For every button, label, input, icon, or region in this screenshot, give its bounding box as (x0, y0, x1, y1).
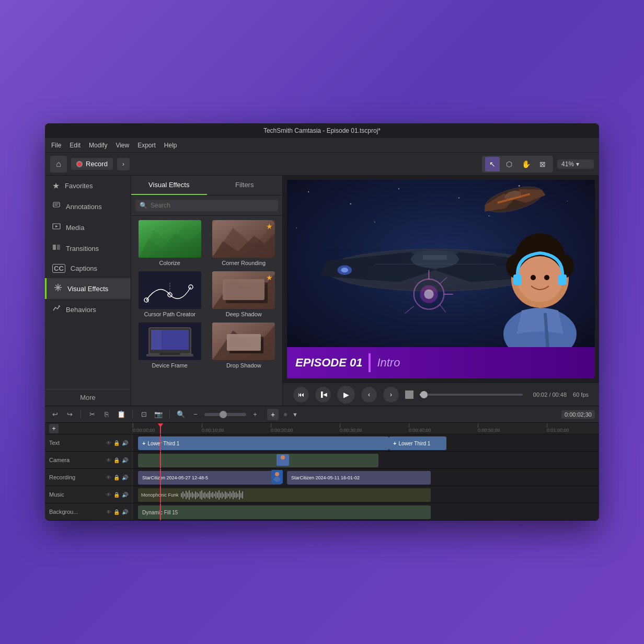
forward-chevron[interactable]: › (117, 158, 130, 170)
next-button[interactable]: › (383, 387, 399, 402)
zoom-slider-knob[interactable] (220, 411, 227, 418)
track-lock-music[interactable]: 🔒 (113, 492, 120, 498)
chip-background[interactable]: Dynamic Fill 15 (138, 505, 431, 519)
redo-button[interactable]: ↪ (64, 409, 75, 420)
track-row-text: Text 👁 🔒 🔊 + Lower Third 1 + (45, 434, 599, 452)
sidebar-more-button[interactable]: More (45, 389, 131, 406)
sidebar-item-media[interactable]: Media (45, 217, 131, 238)
zoom-control[interactable]: 41% ▾ (557, 159, 594, 169)
tab-filters[interactable]: Filters (207, 176, 283, 195)
chip-camera[interactable] (138, 454, 378, 467)
track-visibility-music[interactable]: 👁 (106, 492, 111, 498)
select-tool[interactable]: ↖ (485, 157, 500, 171)
track-visibility-text[interactable]: 👁 (106, 440, 111, 446)
menu-file[interactable]: File (51, 142, 61, 149)
sidebar-label-annotations: Annotations (66, 203, 102, 211)
effect-device-frame[interactable]: Device Frame (133, 320, 206, 371)
track-mute-recording[interactable]: 🔊 (122, 475, 128, 480)
zoom-out-button[interactable]: 🔍 (175, 409, 187, 420)
effect-cursor-path[interactable]: Cursor Path Creator (133, 269, 206, 319)
sidebar-item-annotations[interactable]: Annotations (45, 196, 131, 217)
track-mute-camera[interactable]: 🔊 (122, 457, 128, 463)
undo-button[interactable]: ↩ (49, 409, 61, 420)
record-button[interactable]: Record (71, 158, 113, 170)
chip-lower-third-2[interactable]: + Lower Third 1 (389, 436, 446, 450)
cut-button[interactable]: ✂ (86, 409, 98, 420)
rewind-button[interactable]: ⏮ (293, 387, 309, 402)
add-track-ruler-button[interactable]: + (49, 424, 59, 433)
sidebar-item-favorites[interactable]: ★ Favorites (45, 176, 131, 196)
crop-tool[interactable]: ⊠ (535, 157, 550, 171)
search-input-wrap: 🔍 (135, 200, 278, 211)
track-lock-camera[interactable]: 🔒 (113, 457, 120, 463)
track-mute-music[interactable]: 🔊 (122, 492, 128, 498)
track-playhead-text (160, 434, 161, 451)
chip-lower-third-1[interactable]: + Lower Third 1 (138, 436, 389, 450)
svg-rect-13 (139, 220, 201, 258)
svg-rect-5 (53, 245, 56, 250)
chip-plus-1: + (142, 440, 145, 446)
menu-modify[interactable]: Modify (89, 142, 107, 149)
effect-colorize[interactable]: Colorize (133, 218, 206, 268)
toolbar-separator-2 (132, 410, 133, 419)
tool-group: ↖ ⬡ ✋ ⊠ (482, 156, 553, 172)
zoom-dropdown-icon: ▾ (576, 160, 579, 168)
home-button[interactable]: ⌂ (50, 156, 67, 172)
chip-music[interactable]: Monophonic Funk (138, 488, 431, 502)
menu-export[interactable]: Export (137, 142, 156, 149)
track-lock-background[interactable]: 🔒 (113, 509, 120, 515)
snapshot-button[interactable]: 📷 (153, 409, 164, 420)
sidebar-item-transitions[interactable]: Transitions (45, 238, 131, 259)
track-lock-recording[interactable]: 🔒 (113, 475, 120, 480)
chip-recording-2[interactable]: StarCitizen 2024-05-11 16-01-02 (287, 471, 431, 485)
step-back-button[interactable]: ▐◀ (315, 387, 331, 402)
sidebar-item-captions[interactable]: CC Captions (45, 259, 131, 278)
track-visibility-recording[interactable]: 👁 (106, 475, 111, 480)
star-badge-deep-shadow: ★ (266, 273, 273, 282)
effect-label-drop-shadow: Drop Shadow (226, 362, 261, 369)
tab-visual-effects[interactable]: Visual Effects (131, 176, 207, 195)
track-mute-background[interactable]: 🔊 (122, 509, 128, 515)
recording-person-thumb (271, 470, 283, 484)
add-track-button[interactable]: + (267, 409, 279, 420)
track-lock-text[interactable]: 🔒 (113, 440, 120, 446)
effect-deep-shadow[interactable]: ★ (208, 269, 281, 319)
effect-corner-rounding[interactable]: ★ Corn (208, 218, 281, 268)
favorites-icon: ★ (52, 181, 60, 191)
timeline-body: + 0:00:00;00 (45, 423, 599, 521)
timeline-zoom-slider[interactable] (204, 413, 246, 416)
sidebar-item-behaviors[interactable]: Behaviors (45, 299, 131, 320)
node-tool[interactable]: ⬡ (502, 157, 516, 171)
sidebar-label-transitions: Transitions (66, 245, 99, 252)
svg-marker-4 (55, 225, 58, 227)
svg-point-86 (281, 455, 285, 459)
preview-panel: EPISODE 01 Intro ⏮ ▐◀ ▶ ‹ › (283, 176, 599, 406)
split-button[interactable]: ⊡ (138, 409, 150, 420)
record-label: Record (86, 160, 108, 168)
progress-knob[interactable] (420, 391, 428, 398)
copy-button[interactable]: ⎘ (101, 409, 112, 420)
speed-control[interactable] (405, 390, 413, 399)
search-input[interactable] (151, 202, 274, 209)
paste-button[interactable]: 📋 (116, 409, 127, 420)
play-button[interactable]: ▶ (337, 386, 355, 404)
effect-drop-shadow[interactable]: Drop Shadow (208, 320, 281, 371)
hand-tool[interactable]: ✋ (519, 157, 533, 171)
ruler-label-space: + (45, 423, 133, 434)
track-visibility-background[interactable]: 👁 (106, 509, 111, 515)
track-playhead-camera (160, 452, 161, 468)
menu-view[interactable]: View (116, 142, 129, 149)
menu-help[interactable]: Help (164, 142, 177, 149)
plus-button[interactable]: + (249, 409, 261, 420)
menu-edit[interactable]: Edit (70, 142, 80, 149)
track-label-background: Backgrou... 👁 🔒 🔊 (45, 503, 133, 520)
minus-button[interactable]: − (190, 409, 201, 420)
episode-text: EPISODE 01 (295, 356, 362, 370)
track-visibility-camera[interactable]: 👁 (106, 457, 111, 463)
sidebar-item-visual-effects[interactable]: Visual Effects (45, 278, 131, 299)
prev-button[interactable]: ‹ (361, 387, 377, 402)
track-mute-text[interactable]: 🔊 (122, 440, 128, 446)
recording-label-2: StarCitizen 2024-05-11 16-01-02 (291, 475, 360, 480)
expand-control[interactable]: ▼ (292, 411, 298, 418)
progress-bar[interactable] (420, 394, 523, 396)
